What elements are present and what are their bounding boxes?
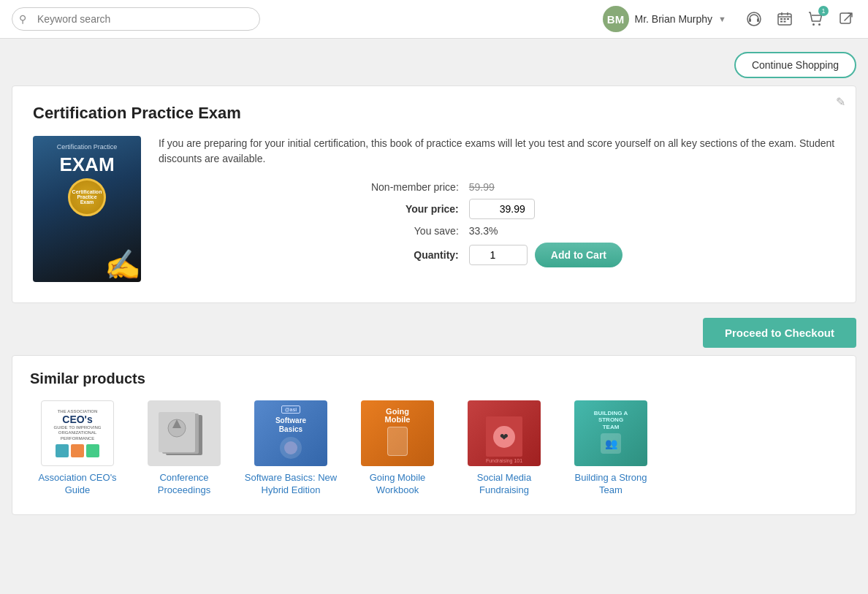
checkout-bar: Proceed to Checkout: [12, 303, 856, 355]
svg-rect-7: [780, 18, 783, 20]
similar-item-0[interactable]: THE ASSOCIATION CEO's GUIDE TO IMPROVING…: [30, 400, 125, 497]
similar-item-1[interactable]: Conference Proceedings: [137, 400, 232, 497]
you-save-value: 33.3%: [469, 225, 835, 237]
avatar: BM: [603, 6, 629, 32]
product-book-cover: Certification Practice EXAM Certificatio…: [33, 136, 141, 282]
cart-icon[interactable]: 1: [805, 9, 826, 29]
svg-rect-2: [757, 18, 759, 22]
quantity-label: Quantity:: [159, 249, 459, 261]
you-save-label: You save:: [159, 225, 459, 237]
search-icon: ⚲: [19, 13, 26, 25]
top-action-bar: Continue Shopping: [12, 39, 856, 85]
external-link-icon[interactable]: [836, 9, 856, 29]
cart-badge: 1: [818, 6, 829, 16]
book-exam-title: EXAM: [59, 155, 114, 174]
price-table: Non-member price: 59.99 Your price: You …: [159, 181, 835, 267]
your-price-input[interactable]: [469, 199, 535, 219]
username-label: Mr. Brian Murphy: [635, 13, 713, 25]
book-cover-team: BUILDING ASTRONGTEAM 👥: [574, 400, 647, 466]
similar-label-5: Building a Strong Team: [563, 472, 658, 497]
similar-label-3: Going Mobile Workbook: [350, 472, 445, 497]
similar-item-2[interactable]: @asi SoftwareBasics Software Basics: New…: [243, 400, 338, 497]
your-price-label: Your price:: [159, 203, 459, 215]
book-cover-conf: [148, 400, 221, 466]
similar-item-4[interactable]: ❤ Fundraising 101 Social Media Fundraisi…: [457, 400, 552, 497]
similar-label-4: Social Media Fundraising: [457, 472, 552, 497]
add-to-cart-button[interactable]: Add to Cart: [535, 243, 623, 267]
your-price-value: [469, 199, 835, 219]
svg-rect-1: [749, 18, 751, 22]
svg-rect-11: [784, 21, 786, 23]
svg-point-13: [818, 23, 821, 26]
book-badge: CertificationPracticeExam: [68, 178, 106, 216]
product-body: Certification Practice EXAM Certificatio…: [33, 136, 835, 282]
edit-icon[interactable]: ✎: [836, 95, 845, 109]
header: ⚲ BM Mr. Brian Murphy ▼ 1: [0, 0, 868, 39]
similar-item-5[interactable]: BUILDING ASTRONGTEAM 👥 Building a Strong…: [563, 400, 658, 497]
product-info: If you are preparing for your initial ce…: [159, 136, 835, 282]
main-content: Continue Shopping ✎ Certification Practi…: [0, 39, 868, 537]
search-wrap: ⚲: [12, 7, 260, 31]
similar-item-3[interactable]: GoingMobile Going Mobile Workbook: [350, 400, 445, 497]
quantity-input[interactable]: [469, 245, 528, 265]
product-title: Certification Practice Exam: [33, 104, 835, 123]
product-card: ✎ Certification Practice Exam Certificat…: [12, 85, 856, 303]
similar-label-2: Software Basics: New Hybrid Edition: [243, 472, 338, 497]
similar-products-title: Similar products: [30, 370, 838, 387]
similar-products-grid: THE ASSOCIATION CEO's GUIDE TO IMPROVING…: [30, 400, 838, 497]
book-cover-ceos: THE ASSOCIATION CEO's GUIDE TO IMPROVING…: [41, 400, 114, 466]
search-input[interactable]: [12, 7, 260, 31]
similar-label-0: Association CEO's Guide: [30, 472, 125, 497]
product-description: If you are preparing for your initial ce…: [159, 136, 835, 167]
header-icons: 1: [744, 9, 856, 29]
hand-icon: ✍: [83, 224, 141, 282]
svg-rect-14: [840, 13, 850, 23]
similar-label-1: Conference Proceedings: [137, 472, 232, 497]
chevron-down-icon: ▼: [718, 15, 726, 23]
non-member-price: 59.99: [469, 181, 835, 193]
book-cover-mobile: GoingMobile: [361, 400, 434, 466]
book-cover-social: ❤ Fundraising 101: [468, 400, 541, 466]
non-member-label: Non-member price:: [159, 181, 459, 193]
proceed-to-checkout-button[interactable]: Proceed to Checkout: [703, 318, 856, 348]
svg-rect-8: [784, 18, 786, 20]
quantity-row: Add to Cart: [469, 243, 835, 267]
similar-products-section: Similar products THE ASSOCIATION CEO's G…: [12, 355, 856, 515]
book-cover-software: @asi SoftwareBasics: [254, 400, 327, 466]
book-top-text: Certification Practice: [51, 143, 123, 152]
headset-icon[interactable]: [744, 9, 764, 29]
user-menu[interactable]: BM Mr. Brian Murphy ▼: [603, 6, 726, 32]
svg-rect-10: [780, 21, 783, 23]
calendar-icon[interactable]: [774, 9, 795, 29]
svg-point-12: [812, 23, 815, 26]
svg-rect-9: [787, 18, 789, 20]
continue-shopping-button[interactable]: Continue Shopping: [734, 52, 856, 78]
